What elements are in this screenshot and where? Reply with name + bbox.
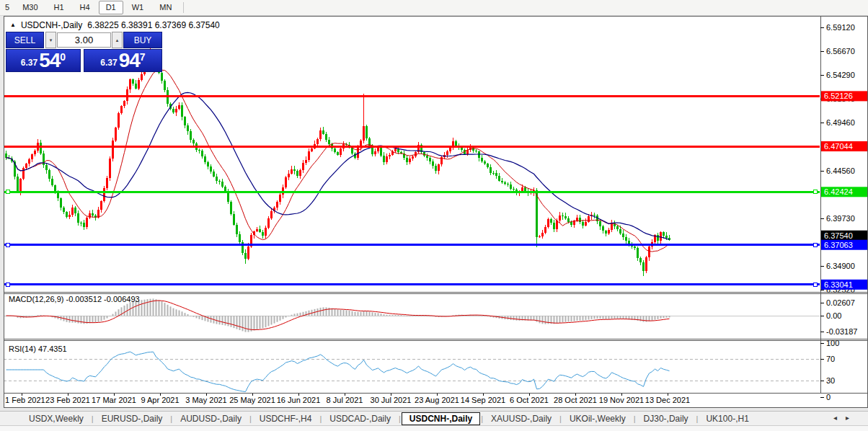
buy-button[interactable]: BUY [123, 32, 162, 48]
svg-text:0.00: 0.00 [826, 311, 841, 320]
svg-text:6.56670: 6.56670 [826, 47, 855, 55]
tab-separator: | [696, 414, 699, 423]
tab-separator: | [481, 414, 483, 423]
svg-text:70: 70 [826, 355, 835, 363]
date-tick-label: 14 Sep 2021 [461, 396, 505, 404]
tab-separator: | [249, 414, 252, 423]
volume-input[interactable] [57, 32, 111, 48]
date-tick-label: 16 Jun 2021 [277, 396, 321, 404]
timeframe-button-w1[interactable]: W1 [125, 1, 151, 14]
timeframe-button-5[interactable]: 5 [1, 1, 14, 14]
svg-text:-0.03187: -0.03187 [826, 327, 857, 336]
svg-text:6.52126: 6.52126 [824, 92, 853, 100]
svg-text:6.49460: 6.49460 [826, 118, 855, 127]
svg-text:100: 100 [826, 339, 839, 347]
chart-tab-uk100-h1[interactable]: UK100-,H1 [699, 413, 756, 425]
svg-text:6.44560: 6.44560 [826, 166, 855, 175]
tab-separator: | [170, 414, 172, 423]
tab-scroll-left-icon[interactable]: ◂ [833, 414, 837, 422]
date-tick-label: 28 Oct 2021 [554, 396, 597, 404]
chart-window: 6.591206.566706.542906.518406.494606.445… [4, 16, 868, 408]
line-handle[interactable] [814, 190, 818, 194]
chart-tab-eurusd-daily[interactable]: EURUSD-,Daily [94, 413, 170, 425]
volume-dropdown-button[interactable]: ▾ [45, 32, 56, 48]
svg-text:0: 0 [826, 393, 831, 401]
chart-tab-usdcad-daily[interactable]: USDCAD-,Daily [322, 413, 398, 425]
date-tick-label: 6 Oct 2021 [510, 396, 549, 404]
bid-price-prefix: 6.37 [21, 58, 37, 71]
svg-text:6.47044: 6.47044 [824, 142, 853, 151]
date-axis: 1 Feb 202123 Feb 202117 Mar 20219 Apr 20… [5, 394, 690, 404]
bid-price-pipette: 0 [60, 50, 66, 63]
chevron-down-icon: ▾ [50, 37, 53, 43]
date-tick-label: 23 Aug 2021 [415, 396, 459, 404]
chart-tab-audusd-daily[interactable]: AUDUSD-,Daily [173, 413, 249, 425]
tab-scroll-right-icon[interactable]: ▸ [846, 414, 849, 422]
svg-text:6.59120: 6.59120 [826, 23, 855, 32]
price-chart-canvas[interactable]: 6.591206.566706.542906.518406.494606.445… [4, 16, 868, 408]
chart-ohlc-values: 6.38225 6.38391 6.37369 6.37540 [87, 20, 220, 30]
timeframe-button-m30[interactable]: M30 [15, 1, 45, 14]
tab-separator: | [634, 414, 636, 423]
rsi-indicator-label: RSI(14) 47.4351 [9, 345, 67, 353]
chart-title-bar: ▲ USDCNH-,Daily 6.38225 6.38391 6.37369 … [10, 20, 220, 30]
chart-tab-ukoil-weekly[interactable]: UKOil-,Weekly [562, 413, 633, 425]
svg-text:6.42424: 6.42424 [824, 187, 853, 196]
svg-text:6.37063: 6.37063 [824, 241, 853, 249]
macd-indicator-label: MACD(12,26,9) -0.003512 -0.006493 [9, 295, 140, 303]
date-tick-label: 3 May 2021 [185, 396, 226, 404]
timeframe-button-h1[interactable]: H1 [47, 1, 71, 14]
date-tick-label: 25 May 2021 [229, 396, 275, 404]
svg-text:30: 30 [826, 376, 835, 385]
ask-price-prefix: 6.37 [100, 58, 117, 71]
svg-text:0.02607: 0.02607 [826, 298, 855, 307]
date-tick-label: 9 Apr 2021 [141, 396, 179, 404]
chevron-up-icon: ▴ [116, 37, 119, 43]
tab-separator: | [559, 414, 562, 423]
chart-tab-dj30-daily[interactable]: DJ30-,Daily [637, 413, 696, 425]
timeframe-button-d1[interactable]: D1 [99, 1, 123, 14]
line-handle[interactable] [814, 283, 818, 286]
timeframe-toolbar: 5M30H1H4D1W1MN [0, 0, 868, 16]
date-tick-label: 17 Mar 2021 [92, 396, 136, 404]
sell-button[interactable]: SELL [6, 32, 44, 48]
line-handle[interactable] [6, 283, 10, 286]
chart-tab-bar: USDX,Weekly|EURUSD-,Daily|AUDUSD-,Daily|… [0, 411, 868, 425]
date-tick-label: 1 Feb 2021 [5, 396, 45, 404]
bid-price-big: 54 [39, 50, 60, 71]
tab-separator: | [399, 414, 401, 423]
svg-text:6.34900: 6.34900 [826, 262, 855, 270]
chart-tab-usdchf-h4[interactable]: USDCHF-,H4 [252, 413, 319, 425]
date-tick-label: 23 Feb 2021 [45, 396, 90, 404]
line-handle[interactable] [6, 190, 10, 194]
chart-symbol-period: USDCNH-,Daily [21, 20, 82, 30]
volume-increase-button[interactable]: ▴ [112, 32, 123, 48]
tab-separator: | [92, 414, 94, 423]
chart-background [4, 16, 868, 408]
chart-tab-usdx-weekly[interactable]: USDX,Weekly [22, 413, 91, 425]
svg-text:6.39730: 6.39730 [826, 214, 855, 223]
up-triangle-icon: ▲ [10, 22, 16, 28]
tab-separator: | [319, 414, 322, 423]
timeframe-button-h4[interactable]: H4 [73, 1, 97, 14]
bid-price-panel[interactable]: 6.37 54 0 [6, 49, 81, 72]
svg-text:6.37540: 6.37540 [824, 231, 853, 240]
date-tick-label: 13 Dec 2021 [645, 396, 690, 404]
toolbar-separator [183, 2, 184, 13]
ask-price-panel[interactable]: 6.37 94 7 [84, 49, 162, 72]
chart-tab-usdcnh-daily[interactable]: USDCNH-,Daily [402, 412, 480, 425]
line-handle[interactable] [814, 243, 818, 246]
date-tick-label: 8 Jul 2021 [327, 396, 363, 404]
tab-scroll-arrows: ◂ ▸ [833, 414, 849, 422]
chart-tab-xauusd-daily[interactable]: XAUUSD-,Daily [484, 413, 559, 425]
timeframe-button-mn[interactable]: MN [152, 1, 179, 14]
line-handle[interactable] [6, 243, 10, 246]
svg-text:6.33041: 6.33041 [824, 280, 853, 289]
date-tick-label: 19 Nov 2021 [599, 396, 644, 404]
status-strip [0, 425, 868, 431]
ask-price-big: 94 [119, 50, 140, 71]
svg-text:6.54290: 6.54290 [826, 71, 855, 79]
date-tick-label: 30 Jul 2021 [371, 396, 412, 404]
one-click-trading-widget: SELL ▾ ▴ BUY 6.37 54 0 6.37 94 7 [6, 32, 162, 72]
ask-price-pipette: 7 [140, 50, 146, 63]
